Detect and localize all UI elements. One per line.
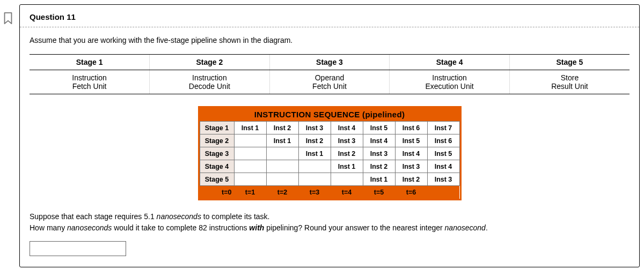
seq-cell: Inst 1 [266,134,298,147]
seq-cell: Inst 3 [298,122,331,134]
seq-time-label: t=2 [266,186,298,199]
seq-cell: Inst 2 [298,134,331,147]
seq-cell: Inst 2 [395,173,427,186]
seq-cell [234,173,266,186]
seq-cell: Inst 7 [427,122,459,134]
seq-cell: Inst 4 [427,160,459,173]
seq-cell [266,173,298,186]
seq-cell [298,173,331,186]
seq-cell: Inst 2 [266,122,298,134]
seq-time-label: t=4 [331,186,363,199]
seq-row-label: Stage 5 [200,173,234,186]
seq-time-label: t=1 [234,186,266,199]
seq-time-label: t=6 [395,186,427,199]
seq-cell: Inst 1 [363,173,395,186]
seq-cell: Inst 5 [427,147,459,160]
seq-cell: Inst 3 [331,134,363,147]
sequence-title: INSTRUCTION SEQUENCE (pipelined) [200,108,460,121]
seq-cell [298,160,331,173]
answer-input[interactable] [30,241,126,256]
seq-time-label: t=5 [363,186,395,199]
seq-cell: Inst 3 [395,160,427,173]
pipeline-stage-table: Stage 1 Stage 2 Stage 3 Stage 4 Stage 5 … [30,54,630,94]
seq-row-label: Stage 1 [200,122,234,134]
seq-cell: Inst 5 [395,134,427,147]
seq-cell: Inst 6 [395,122,427,134]
seq-cell: Inst 4 [395,147,427,160]
seq-cell [266,160,298,173]
followup-text: Suppose that each stage requires 5.1 nan… [30,211,630,234]
instruction-sequence-diagram: INSTRUCTION SEQUENCE (pipelined) Stage 1… [198,106,462,200]
seq-cell [266,147,298,160]
question-card: Question 11 Assume that you are working … [19,4,640,267]
stage-header: Stage 3 [269,55,390,70]
stage-header: Stage 2 [150,55,270,70]
stage-unit: InstructionDecode Unit [150,70,270,94]
stage-unit: OperandFetch Unit [269,70,390,94]
seq-time-label [427,186,459,199]
seq-cell: Inst 4 [363,134,395,147]
seq-cell: Inst 1 [331,160,363,173]
stage-unit: InstructionFetch Unit [30,70,150,94]
seq-cell: Inst 1 [298,147,331,160]
seq-cell: Inst 3 [363,147,395,160]
seq-cell: Inst 1 [234,122,266,134]
seq-row-label: Stage 2 [200,134,234,147]
seq-time-label: t=3 [298,186,331,199]
seq-cell: Inst 3 [427,173,459,186]
stage-unit: InstructionExecution Unit [390,70,510,94]
seq-cell: Inst 4 [331,122,363,134]
bookmark-flag-icon[interactable] [2,12,14,25]
stage-header: Stage 4 [390,55,510,70]
seq-cell [331,173,363,186]
seq-cell: Inst 5 [363,122,395,134]
question-prompt: Assume that you are working with the fiv… [30,36,630,44]
seq-cell [234,160,266,173]
stage-header: Stage 5 [509,55,630,70]
seq-row-label: Stage 4 [200,160,234,173]
question-number: Question 11 [20,5,639,27]
seq-cell [234,134,266,147]
stage-unit: StoreResult Unit [509,70,630,94]
seq-time-label: t=0 [200,186,234,199]
seq-cell: Inst 6 [427,134,459,147]
seq-cell: Inst 2 [331,147,363,160]
stage-header: Stage 1 [30,55,150,70]
seq-cell: Inst 2 [363,160,395,173]
seq-row-label: Stage 3 [200,147,234,160]
seq-cell [234,147,266,160]
